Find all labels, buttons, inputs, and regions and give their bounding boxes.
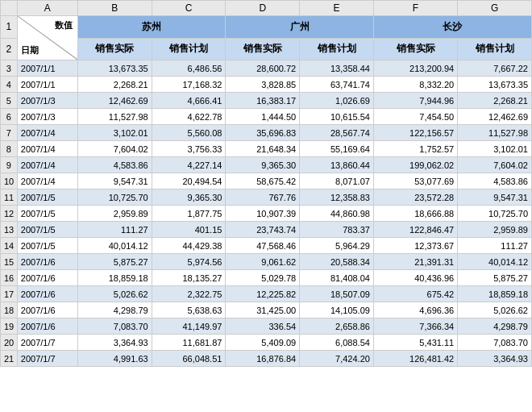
cell-e: 18,507.09 [300, 286, 374, 302]
cell-date: 2007/1/6 [17, 302, 77, 318]
cell-c: 5,974.56 [152, 254, 226, 270]
cell-d: 23,743.74 [226, 222, 300, 238]
cell-b: 4,298.79 [77, 302, 152, 318]
cell-b: 12,462.69 [77, 93, 152, 109]
row-num-6: 6 [1, 109, 18, 125]
cell-f: 53,077.69 [373, 173, 457, 189]
cell-d: 12,225.82 [226, 286, 300, 302]
col-g-header: G [458, 1, 532, 16]
cell-b: 2,268.21 [77, 77, 152, 93]
cell-e: 783.37 [300, 222, 374, 238]
row-num-19: 19 [1, 318, 18, 335]
cell-e: 63,741.74 [300, 77, 374, 93]
cell-g: 111.27 [458, 238, 532, 254]
cell-c: 5,638.63 [152, 302, 226, 318]
row-num-17: 17 [1, 286, 18, 302]
cell-b: 40,014.12 [77, 238, 152, 254]
cell-d: 58,675.42 [226, 173, 300, 189]
cell-c: 1,877.75 [152, 206, 226, 222]
cell-d: 9,061.62 [226, 254, 300, 270]
cell-date: 2007/1/6 [17, 254, 77, 270]
cell-g: 40,014.12 [458, 254, 532, 270]
col-e-header: E [300, 1, 374, 16]
cell-e: 13,358.44 [300, 60, 374, 77]
subheader-sales-plan-1: 销售计划 [152, 38, 226, 60]
cell-g: 2,268.21 [458, 93, 532, 109]
cell-d: 336.54 [226, 318, 300, 335]
row-num-8: 8 [1, 141, 18, 157]
cell-g: 11,527.98 [458, 125, 532, 141]
row-num-12: 12 [1, 206, 18, 222]
cell-e: 6,088.54 [300, 335, 374, 351]
cell-g: 9,547.31 [458, 189, 532, 206]
cell-b: 3,364.93 [77, 335, 152, 351]
cell-f: 18,666.88 [373, 206, 457, 222]
cell-c: 6,486.56 [152, 60, 226, 77]
cell-d: 21,648.34 [226, 141, 300, 157]
cell-d: 5,409.09 [226, 335, 300, 351]
cell-g: 4,298.79 [458, 318, 532, 335]
cell-c: 401.15 [152, 222, 226, 238]
cell-b: 7,604.02 [77, 141, 152, 157]
cell-f: 8,332.20 [373, 77, 457, 93]
cell-b: 5,875.27 [77, 254, 152, 270]
cell-e: 44,860.98 [300, 206, 374, 222]
cell-b: 18,859.18 [77, 270, 152, 286]
cell-f: 21,391.31 [373, 254, 457, 270]
table-row: 10 2007/1/4 9,547.31 20,494.54 58,675.42… [1, 173, 532, 189]
cell-date: 2007/1/5 [17, 206, 77, 222]
cell-g: 3,102.01 [458, 141, 532, 157]
cell-c: 2,322.75 [152, 286, 226, 302]
subheader-row: 2 销售实际 销售计划 销售实际 销售计划 销售实际 销售计划 [1, 38, 532, 60]
cell-d: 9,365.30 [226, 157, 300, 173]
cell-c: 4,227.14 [152, 157, 226, 173]
spreadsheet: A B C D E F G 1 数值 日期 苏州 广州 长沙 [0, 0, 532, 367]
row-num-7: 7 [1, 125, 18, 141]
cell-f: 5,431.11 [373, 335, 457, 351]
subheader-sales-actual-1: 销售实际 [77, 38, 152, 60]
table-row: 17 2007/1/6 5,026.62 2,322.75 12,225.82 … [1, 286, 532, 302]
cell-e: 2,658.86 [300, 318, 374, 335]
table-row: 7 2007/1/4 3,102.01 5,560.08 35,696.83 2… [1, 125, 532, 141]
cell-date: 2007/1/6 [17, 318, 77, 335]
row-num-18: 18 [1, 302, 18, 318]
cell-e: 5,964.29 [300, 238, 374, 254]
col-f-header: F [373, 1, 457, 16]
cell-c: 41,149.97 [152, 318, 226, 335]
diag-value-label: 数值 [55, 19, 73, 31]
cell-f: 12,373.67 [373, 238, 457, 254]
subheader-sales-plan-2: 销售计划 [300, 38, 374, 60]
cell-g: 3,364.93 [458, 351, 532, 367]
col-b-header: B [77, 1, 152, 16]
table-row: 9 2007/1/4 4,583.86 4,227.14 9,365.30 13… [1, 157, 532, 173]
cell-c: 20,494.54 [152, 173, 226, 189]
cell-c: 3,756.33 [152, 141, 226, 157]
cell-d: 16,876.84 [226, 351, 300, 367]
cell-d: 10,907.39 [226, 206, 300, 222]
region-row: 1 数值 日期 苏州 广州 长沙 [1, 16, 532, 39]
cell-d: 16,383.17 [226, 93, 300, 109]
cell-c: 44,429.38 [152, 238, 226, 254]
subheader-sales-actual-3: 销售实际 [373, 38, 457, 60]
cell-c: 4,622.78 [152, 109, 226, 125]
diagonal-header-cell: 数值 日期 [17, 16, 77, 60]
cell-date: 2007/1/7 [17, 335, 77, 351]
cell-f: 213,200.94 [373, 60, 457, 77]
cell-b: 111.27 [77, 222, 152, 238]
table-row: 15 2007/1/6 5,875.27 5,974.56 9,061.62 2… [1, 254, 532, 270]
table-row: 16 2007/1/6 18,859.18 18,135.27 5,029.78… [1, 270, 532, 286]
table-row: 12 2007/1/5 2,959.89 1,877.75 10,907.39 … [1, 206, 532, 222]
table-row: 8 2007/1/4 7,604.02 3,756.33 21,648.34 5… [1, 141, 532, 157]
cell-e: 81,408.04 [300, 270, 374, 286]
cell-b: 13,673.35 [77, 60, 152, 77]
cell-date: 2007/1/5 [17, 189, 77, 206]
cell-f: 126,481.42 [373, 351, 457, 367]
row-num-14: 14 [1, 238, 18, 254]
region-guangzhou: 广州 [226, 16, 374, 39]
subheader-sales-actual-2: 销售实际 [226, 38, 300, 60]
cell-date: 2007/1/3 [17, 93, 77, 109]
cell-f: 1,752.57 [373, 141, 457, 157]
cell-b: 10,725.70 [77, 189, 152, 206]
cell-b: 9,547.31 [77, 173, 152, 189]
cell-f: 23,572.28 [373, 189, 457, 206]
